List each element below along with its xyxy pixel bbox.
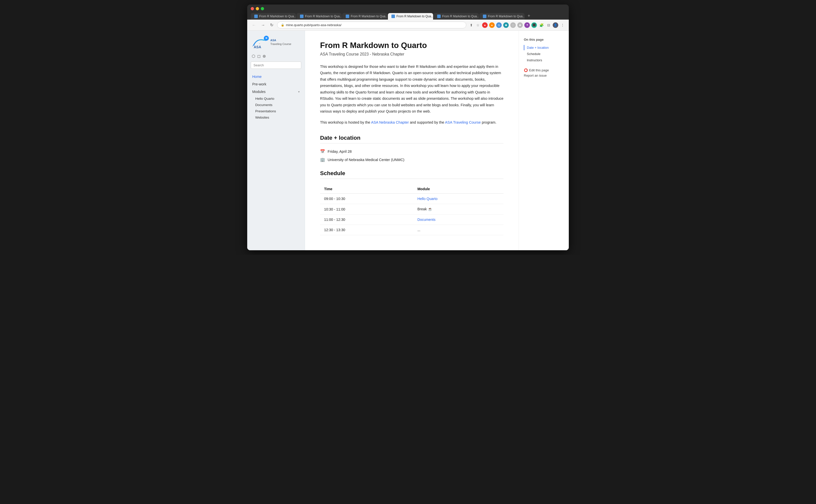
tab-favicon-5 [437, 15, 441, 18]
tab-favicon-1 [254, 15, 258, 18]
sidebar-item-presentations[interactable]: Presentations [247, 108, 305, 114]
window-controls [251, 7, 565, 10]
browser-tab-6[interactable]: From R Markdown to Qua... ✕ [479, 13, 525, 20]
more-options-button[interactable]: ⋮ [560, 23, 565, 28]
link-icon[interactable]: ⊛ [263, 54, 266, 59]
browser-tab-4[interactable]: From R Markdown to Qua... ✕ [388, 13, 433, 20]
extension-icon-2[interactable]: ● [489, 22, 495, 28]
toc-link[interactable]: Schedule [524, 51, 564, 57]
tab-favicon-6 [483, 15, 486, 18]
schedule-heading: Schedule [320, 170, 503, 177]
logo-links: ⬡ ◻ ⊛ [247, 53, 305, 62]
sidebar-search-wrapper [247, 62, 305, 73]
building-icon: 🏢 [320, 157, 325, 162]
search-input[interactable] [251, 62, 301, 69]
browser-window: From R Markdown to Qua... ✕ From R Markd… [247, 5, 569, 250]
hosted-text-before: This workshop is hosted by the [320, 120, 371, 124]
sidebar-item-label-modules: Modules [252, 90, 266, 94]
edit-page-label: Edit this page [529, 68, 549, 72]
reload-button[interactable]: ↻ [269, 22, 275, 28]
sidebar-item-modules[interactable]: Modules ▾ [247, 88, 305, 95]
page-description-1: This workshop is designed for those who … [320, 64, 503, 115]
logo-text: ASA Traveling Course [270, 38, 291, 46]
table-row: 12:30 - 13:30... [320, 225, 503, 235]
schedule-module-link[interactable]: Hello Quarto [417, 197, 437, 201]
tab-favicon-4 [391, 15, 395, 18]
browser-tab-1[interactable]: From R Markdown to Qua... ✕ [251, 13, 296, 20]
page-subtitle: ASA Traveling Course 2023 - Nebraska Cha… [320, 52, 503, 57]
extension-icon-4[interactable]: ◆ [503, 22, 509, 28]
schedule-module-cell[interactable]: Hello Quarto [413, 194, 503, 204]
browser-tab-2[interactable]: From R Markdown to Qua... ✕ [296, 13, 342, 20]
asa-nebraska-link[interactable]: ASA Nebraska Chapter [371, 120, 409, 124]
minimize-button[interactable] [256, 7, 259, 10]
sidebar-item-documents[interactable]: Documents [247, 102, 305, 108]
maximize-button[interactable] [261, 7, 264, 10]
github-icon[interactable]: ⬡ [252, 54, 255, 59]
share-button[interactable]: ⬆ [469, 23, 474, 28]
extensions-button[interactable]: 🧩 [538, 23, 545, 28]
svg-text:•: • [259, 42, 260, 45]
extension-icon-7[interactable]: ✦ [524, 22, 530, 28]
toc-edit-section: ⭕ Edit this page Report an issue [524, 68, 564, 77]
hosted-text-middle: and supported by the [409, 120, 445, 124]
toc-link[interactable]: Date + location [524, 45, 564, 50]
schedule-time-cell: 09:00 - 10:30 [320, 194, 413, 204]
back-button[interactable]: ← [251, 22, 257, 28]
github-icon-small: ⭕ [524, 68, 528, 72]
tab-bar: From R Markdown to Qua... ✕ From R Markd… [251, 12, 565, 20]
toc-link[interactable]: Instructors [524, 58, 564, 63]
schedule-module-cell[interactable]: Documents [413, 215, 503, 225]
schedule-module-link[interactable]: Documents [417, 218, 435, 222]
close-button[interactable] [251, 7, 254, 10]
page-wrapper: ASA • ✕ ASA Traveling Course ⬡ ◻ ⊛ [247, 31, 569, 250]
hosted-line: This workshop is hosted by the ASA Nebra… [320, 119, 503, 126]
edit-page-link[interactable]: ⭕ Edit this page [524, 68, 564, 72]
tab-label-1: From R Markdown to Qua... [259, 15, 296, 18]
address-bar[interactable]: 🔒 mine.quarto.pub/quarto-asa-nebraska/ [277, 22, 466, 28]
sidebar-item-websites[interactable]: Websites [247, 114, 305, 121]
schedule-time-cell: 10:30 - 11:00 [320, 204, 413, 215]
extension-icon-5[interactable]: □ [510, 22, 516, 28]
date-item: 📅 Friday, April 28 [320, 149, 503, 154]
sidebar-item-prework[interactable]: Pre-work [247, 80, 305, 88]
toc-links: Date + locationScheduleInstructors [524, 45, 564, 63]
browser-tab-5[interactable]: From R Markdown to Qua... ✕ [434, 13, 479, 20]
asa-traveling-course-link[interactable]: ASA Traveling Course [445, 120, 481, 124]
schedule-divider [320, 179, 503, 179]
sidebar-nav: Home Pre-work Modules ▾ Hello Quarto Doc… [247, 73, 305, 245]
extension-icon-3[interactable]: G [496, 22, 502, 28]
sidebar-item-hello-quarto[interactable]: Hello Quarto [247, 95, 305, 102]
extension-icon-6[interactable]: ♟ [517, 22, 523, 28]
extension-icon-8[interactable]: ⬛ [531, 22, 537, 28]
sidebar-item-label-hello-quarto: Hello Quarto [255, 97, 274, 100]
schedule-module-cell: ... [413, 225, 503, 235]
table-header-row: Time Module [320, 184, 503, 194]
logo-badge: ✕ [264, 36, 269, 41]
table-row: 09:00 - 10:30Hello Quarto [320, 194, 503, 204]
schedule-module-cell: Break ☕ [413, 204, 503, 215]
logo-image: ASA • ✕ [252, 36, 268, 49]
forward-button[interactable]: → [260, 22, 266, 28]
col-header-time: Time [320, 184, 413, 194]
url-text: mine.quarto.pub/quarto-asa-nebraska/ [286, 23, 463, 27]
tab-favicon-3 [346, 15, 349, 18]
extension-icon-1[interactable]: ● [482, 22, 488, 28]
sidebar-item-label-websites: Websites [255, 116, 269, 119]
bookmark-button[interactable]: ☆ [475, 23, 481, 28]
sidebar-toggle[interactable]: ⊟ [546, 23, 551, 28]
schedule-table: Time Module 09:00 - 10:30Hello Quarto10:… [320, 184, 503, 235]
schedule-time-cell: 12:30 - 13:30 [320, 225, 413, 235]
sidebar-item-label-presentations: Presentations [255, 109, 276, 113]
report-issue-link[interactable]: Report an issue [524, 74, 564, 77]
sidebar-item-label-home: Home [252, 75, 262, 79]
hosted-text-after: program. [481, 120, 496, 124]
browser-tab-3[interactable]: From R Markdown to Qua... ✕ [342, 13, 387, 20]
sidebar-item-home[interactable]: Home [247, 73, 305, 80]
browser-titlebar: From R Markdown to Qua... ✕ From R Markd… [247, 5, 569, 20]
new-tab-button[interactable]: + [525, 12, 533, 20]
table-row: 11:00 - 12:30Documents [320, 215, 503, 225]
user-avatar[interactable]: 👤 [553, 22, 558, 28]
mail-icon[interactable]: ◻ [257, 54, 261, 59]
tab-label-5: From R Markdown to Qua... [442, 15, 479, 18]
